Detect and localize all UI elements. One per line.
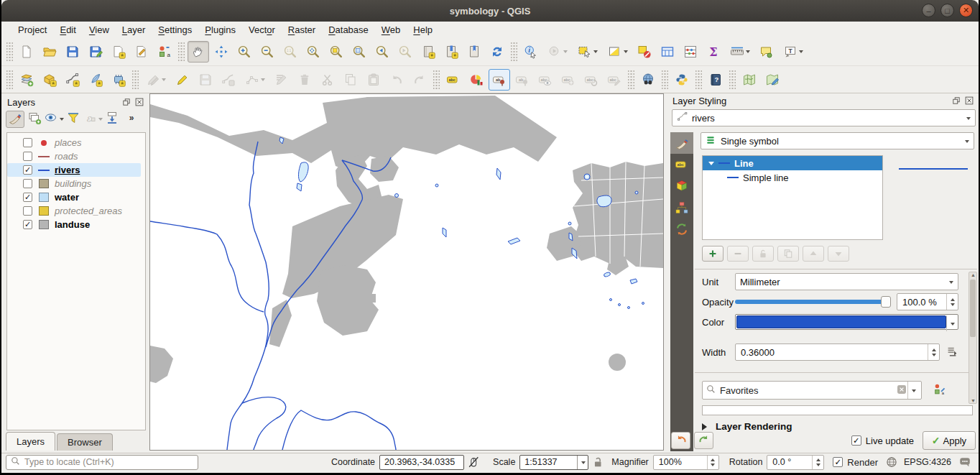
toggle-edit-button[interactable] [172,69,193,91]
redo-button[interactable] [409,69,430,91]
style-manager-button[interactable]: a [154,41,175,63]
checkbox-checked[interactable]: ✓ [851,435,861,446]
save-project-button[interactable] [62,41,83,63]
undo-style-button[interactable] [671,432,690,449]
map-tips-button[interactable] [756,41,777,63]
data-defined-override-icon[interactable] [946,345,958,360]
rotate-label-button[interactable]: abc [581,69,602,91]
style-filter-combo[interactable]: Favorites [702,381,922,400]
layer-row-roads[interactable]: roads [7,149,145,163]
float-panel-icon[interactable] [121,97,131,108]
delete-sel-button[interactable] [294,69,315,91]
toolbar-handle[interactable] [628,70,634,89]
layer-checkbox[interactable]: ✓ [23,165,32,175]
dock-tab-layers[interactable]: Layers [6,432,55,451]
tab-history[interactable] [670,218,693,240]
labeling-button[interactable]: abc [443,69,464,91]
tab-symbology[interactable] [670,132,693,154]
layer-row-landuse[interactable]: ✓landuse [7,218,145,231]
paste-button[interactable] [363,69,384,91]
close-panel-icon[interactable] [134,97,144,108]
layer-checkbox[interactable] [23,138,32,147]
maximize-button[interactable]: □ [940,4,954,17]
symbol-down-button[interactable] [828,246,849,262]
symbol-remove-button[interactable] [727,246,749,262]
symbol-lock-button[interactable] [752,246,774,262]
plugin-map-edit-button[interactable] [762,69,783,91]
toolbar-handle[interactable] [178,42,185,61]
menu-settings[interactable]: Settings [152,23,198,37]
metasearch-button[interactable] [637,69,659,91]
toolbar-handle[interactable] [511,42,517,61]
symbol-tree-child[interactable]: Simple line [703,170,882,185]
brush-button[interactable] [6,111,24,128]
renderer-combo[interactable]: Single symbol [701,132,974,149]
opacity-slider[interactable] [735,300,891,304]
layer-checkbox[interactable] [23,179,32,188]
diagrams-button[interactable] [466,69,487,91]
symbol-tree-root[interactable]: Line [703,156,882,170]
collapse-caret-icon[interactable] [708,162,714,168]
checkbox-checked[interactable]: ✓ [833,457,843,467]
menu-help[interactable]: Help [407,23,439,37]
map-canvas[interactable] [149,93,664,451]
unit-combo[interactable]: Millimeter [735,273,958,290]
float-panel-icon[interactable] [951,96,961,106]
new-layout-button[interactable] [108,41,129,63]
spin-arrows[interactable] [946,294,958,310]
annotation-button[interactable]: T [779,41,808,63]
new-spatialite-button[interactable] [85,69,106,91]
layer-row-places[interactable]: places [7,136,145,149]
copy-button[interactable] [340,69,361,91]
overflow-button[interactable]: » [122,111,141,128]
stats-button[interactable] [680,41,701,63]
multi-edit-button[interactable] [271,69,292,91]
clear-icon[interactable] [896,384,907,397]
zoom-full-button[interactable] [302,41,324,63]
change-label-button[interactable]: abc [604,69,625,91]
open-project-button[interactable] [39,41,60,63]
toolbar-handle[interactable] [662,70,668,89]
tab-diagrams[interactable] [670,197,693,218]
zoom-native-button[interactable]: 1:1 [279,41,301,63]
symbol-add-button[interactable] [702,246,724,262]
save-project-as-button[interactable] [85,41,106,63]
color-button[interactable] [735,314,958,330]
tab-labels[interactable]: abc [670,154,693,175]
highlight-labels-button[interactable]: ab [512,69,533,91]
sum-button[interactable]: Σ [703,41,724,63]
title-bar[interactable]: symbology - QGIS – □ ✕ [1,0,979,22]
run-action-button[interactable] [543,41,572,63]
crs-globe-icon[interactable] [885,456,898,469]
new-shapefile-button[interactable] [62,69,83,91]
new-geopackage-button[interactable] [39,69,60,91]
pin-labels-button[interactable]: ab [489,69,510,91]
select-diag-button[interactable] [604,41,632,63]
saved-styles-list[interactable] [702,405,973,415]
scale-combo[interactable]: 1:51337 [519,455,588,470]
zoom-in-button[interactable] [234,41,255,63]
layer-row-rivers[interactable]: ✓rivers [7,163,141,177]
lock-scale-icon[interactable] [591,456,604,469]
deselect-button[interactable] [634,41,655,63]
add-feature-button[interactable] [218,69,239,91]
width-spinbox[interactable]: 0.36000 [735,343,940,361]
expression-button[interactable]: ε [83,111,102,128]
undo-button[interactable] [386,69,407,91]
menu-project[interactable]: Project [11,23,53,37]
scroll-thumb[interactable] [970,280,976,337]
menu-plugins[interactable]: Plugins [198,23,242,37]
cut-button[interactable] [317,69,338,91]
filter-button[interactable] [64,111,83,128]
menu-web[interactable]: Web [375,23,407,37]
datasource-button[interactable] [16,69,37,91]
identify-button[interactable]: i [520,41,542,63]
scale-dropdown[interactable] [577,456,588,469]
layer-row-buildings[interactable]: buildings [7,177,145,190]
layer-checkbox[interactable]: ✓ [23,220,32,229]
render-checkbox[interactable]: ✓ Render [833,457,878,468]
toolbar-handle[interactable] [6,42,13,61]
close-button[interactable]: ✕ [959,4,973,17]
layer-checkbox[interactable]: ✓ [23,193,32,202]
zoom-next-button[interactable] [394,41,416,63]
